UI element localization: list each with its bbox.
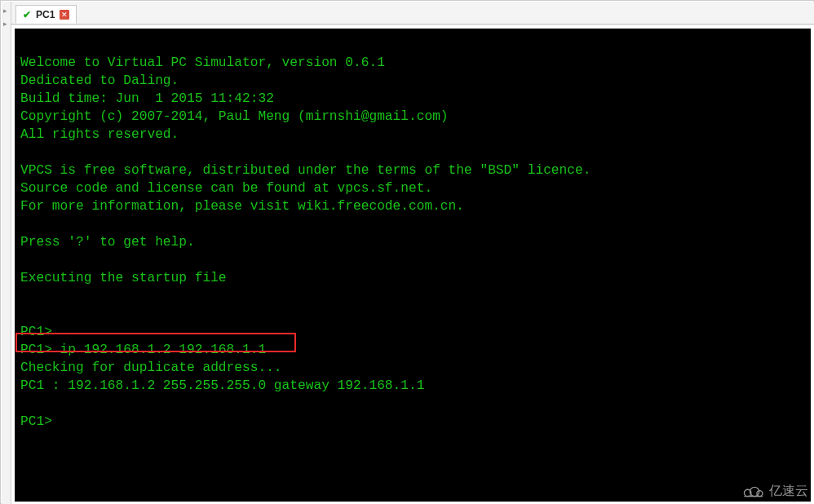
terminal[interactable]: Welcome to Virtual PC Simulator, version… [15,29,811,502]
tab-bar: ✔ PC1 ✕ [11,2,814,24]
tab-pc1[interactable]: ✔ PC1 ✕ [15,5,77,24]
tab-label: PC1 [36,9,55,20]
app-window: ▸ ▸ ✔ PC1 ✕ Welcome to Virtual PC Simula… [0,0,814,504]
terminal-container: Welcome to Virtual PC Simulator, version… [11,24,814,504]
cloud-icon [741,484,764,499]
watermark-text: 亿速云 [769,483,808,500]
watermark: 亿速云 [741,483,808,500]
terminal-output: Welcome to Virtual PC Simulator, version… [20,36,591,431]
gutter-arrow-icon: ▸ [3,7,7,15]
check-icon: ✔ [21,9,33,20]
tool-gutter: ▸ ▸ [2,2,11,504]
gutter-arrow-icon: ▸ [3,20,7,28]
close-icon[interactable]: ✕ [60,10,69,20]
svg-point-2 [757,490,763,496]
